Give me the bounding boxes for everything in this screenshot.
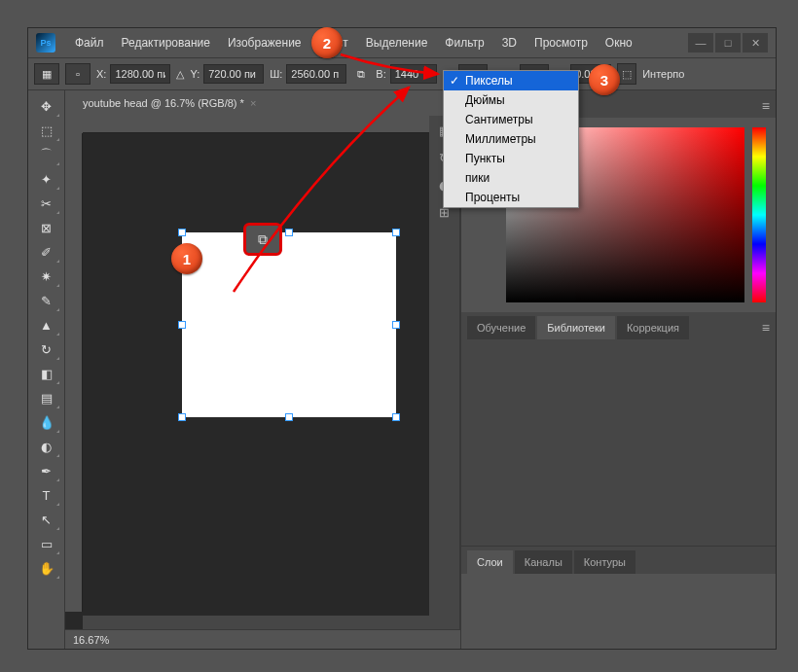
maximize-button[interactable]: □ bbox=[715, 33, 741, 53]
options-bar: ▦ ▫ X: △ Y: Ш: ⧉ В: ∠ ° Н: V: ⬚ Интерпо bbox=[28, 57, 776, 90]
transform-handle-bl[interactable] bbox=[178, 413, 186, 421]
brush-tool[interactable]: ✎ bbox=[33, 289, 60, 312]
document-tab[interactable]: youtube head @ 16.7% (RGB/8) * × bbox=[75, 93, 264, 113]
app-logo: Ps bbox=[36, 33, 55, 53]
eraser-tool[interactable]: ◧ bbox=[33, 362, 60, 385]
eyedropper-tool[interactable]: ✐ bbox=[33, 240, 60, 264]
titlebar: Ps Файл Редактирование Изображение Текст… bbox=[28, 28, 776, 57]
marker-1: 1 bbox=[171, 243, 202, 274]
history-brush-tool[interactable]: ↻ bbox=[33, 337, 60, 361]
transform-handle-tr[interactable] bbox=[392, 229, 400, 236]
canvas-viewport[interactable]: ⧉ bbox=[65, 116, 460, 629]
transform-handle-bm[interactable] bbox=[285, 413, 293, 421]
type-tool[interactable]: T bbox=[33, 483, 60, 507]
minimize-button[interactable]: — bbox=[688, 33, 713, 53]
tab-libraries[interactable]: Библиотеки bbox=[537, 316, 615, 339]
menu-file[interactable]: Файл bbox=[67, 32, 112, 53]
panel-menu-icon[interactable]: ≡ bbox=[762, 98, 770, 114]
hand-tool[interactable]: ✋ bbox=[33, 556, 60, 580]
unit-inches[interactable]: Дюймы bbox=[444, 90, 578, 110]
stamp-tool[interactable]: ▲ bbox=[33, 313, 60, 336]
unit-picas[interactable]: пики bbox=[444, 168, 578, 188]
frame-tool[interactable]: ⊠ bbox=[33, 216, 60, 239]
warp-icon[interactable]: ⬚ bbox=[617, 63, 636, 85]
toolbar: ✥ ⬚ ⌒ ✦ ✂ ⊠ ✐ ✷ ✎ ▲ ↻ ◧ ▤ 💧 ◐ ✒ T ↖ ▭ ✋ bbox=[28, 90, 65, 649]
w-label: Ш: bbox=[270, 68, 282, 80]
canvas[interactable] bbox=[182, 232, 396, 417]
move-tool[interactable]: ✥ bbox=[33, 94, 60, 118]
units-dropdown: ✓Пикселы Дюймы Сантиметры Миллиметры Пун… bbox=[443, 70, 579, 208]
y-label: Y: bbox=[190, 68, 200, 80]
lasso-tool[interactable]: ⌒ bbox=[33, 143, 60, 166]
tab-corrections[interactable]: Коррекция bbox=[617, 316, 689, 339]
menu-view[interactable]: Просмотр bbox=[526, 32, 596, 53]
interp-label: Интерпо bbox=[642, 68, 684, 80]
h-label: В: bbox=[376, 68, 385, 80]
marker-3: 3 bbox=[589, 64, 620, 95]
transform-handle-mr[interactable] bbox=[392, 321, 400, 329]
menu-3d[interactable]: 3D bbox=[494, 32, 525, 53]
dodge-tool[interactable]: ◐ bbox=[33, 435, 60, 458]
unit-mm[interactable]: Миллиметры bbox=[444, 129, 578, 149]
ruler-corner bbox=[65, 116, 83, 133]
unit-points[interactable]: Пункты bbox=[444, 149, 578, 168]
link-icon[interactable]: ⧉ bbox=[352, 65, 370, 83]
menu-bar: Файл Редактирование Изображение Текст Вы… bbox=[67, 32, 688, 53]
unit-cm[interactable]: Сантиметры bbox=[444, 110, 578, 129]
x-label: X: bbox=[96, 68, 106, 80]
tab-title: youtube head @ 16.7% (RGB/8) * bbox=[83, 97, 244, 109]
path-select-tool[interactable]: ↖ bbox=[33, 508, 60, 531]
bottom-panels: Слои Каналы Контуры bbox=[461, 546, 776, 573]
link-icon: ⧉ bbox=[258, 231, 268, 248]
scrollbar-horizontal[interactable] bbox=[83, 616, 443, 629]
hue-slider[interactable] bbox=[752, 127, 766, 302]
marker-2: 2 bbox=[311, 27, 343, 58]
menu-image[interactable]: Изображение bbox=[220, 32, 309, 53]
tab-paths[interactable]: Контуры bbox=[574, 550, 635, 574]
marquee-tool[interactable]: ⬚ bbox=[33, 119, 60, 142]
menu-edit[interactable]: Редактирование bbox=[114, 32, 218, 53]
reference-point-overlay[interactable]: ⧉ bbox=[243, 223, 282, 256]
ref-point-picker[interactable]: ▫ bbox=[65, 63, 91, 85]
h-input[interactable] bbox=[390, 64, 437, 84]
transform-handle-tm[interactable] bbox=[285, 229, 293, 236]
menu-filter[interactable]: Фильтр bbox=[437, 32, 491, 53]
transform-handle-br[interactable] bbox=[392, 413, 400, 421]
menu-select[interactable]: Выделение bbox=[358, 32, 436, 53]
tool-preset-icon[interactable]: ▦ bbox=[34, 63, 59, 85]
workspace: ✥ ⬚ ⌒ ✦ ✂ ⊠ ✐ ✷ ✎ ▲ ↻ ◧ ▤ 💧 ◐ ✒ T ↖ ▭ ✋ … bbox=[28, 90, 776, 649]
shape-tool[interactable]: ▭ bbox=[33, 532, 60, 555]
ruler-vertical[interactable] bbox=[65, 133, 83, 612]
app-window: Ps Файл Редактирование Изображение Текст… bbox=[27, 27, 777, 650]
unit-pixels[interactable]: ✓Пикселы bbox=[444, 71, 578, 90]
status-bar: 16.67% bbox=[65, 629, 460, 649]
tab-channels[interactable]: Каналы bbox=[515, 550, 572, 574]
y-input[interactable] bbox=[203, 64, 264, 84]
check-icon: ✓ bbox=[450, 74, 459, 88]
panel-menu-icon[interactable]: ≡ bbox=[762, 320, 770, 336]
mid-panels: Обучение Библиотеки Коррекция ≡ bbox=[461, 312, 776, 546]
transform-handle-ml[interactable] bbox=[178, 321, 186, 329]
close-button[interactable]: ✕ bbox=[743, 33, 768, 53]
tab-close-icon[interactable]: × bbox=[250, 97, 256, 109]
document-tabs: youtube head @ 16.7% (RGB/8) * × bbox=[65, 90, 460, 116]
tab-learn[interactable]: Обучение bbox=[467, 316, 535, 339]
crop-tool[interactable]: ✂ bbox=[33, 192, 60, 215]
transform-handle-tl[interactable] bbox=[178, 229, 186, 236]
zoom-level[interactable]: 16.67% bbox=[73, 634, 109, 646]
menu-window[interactable]: Окно bbox=[598, 32, 640, 53]
gradient-tool[interactable]: ▤ bbox=[33, 386, 60, 409]
healing-tool[interactable]: ✷ bbox=[33, 265, 60, 288]
delta-icon[interactable]: △ bbox=[176, 68, 184, 81]
tab-layers[interactable]: Слои bbox=[467, 550, 513, 574]
canvas-area: youtube head @ 16.7% (RGB/8) * × bbox=[65, 90, 460, 649]
w-input[interactable] bbox=[286, 64, 346, 84]
quick-select-tool[interactable]: ✦ bbox=[33, 167, 60, 191]
pen-tool[interactable]: ✒ bbox=[33, 459, 60, 482]
ruler-horizontal[interactable] bbox=[83, 116, 443, 133]
unit-percent[interactable]: Проценты bbox=[444, 188, 578, 207]
x-input[interactable] bbox=[110, 64, 170, 84]
blur-tool[interactable]: 💧 bbox=[33, 410, 60, 434]
window-controls: — □ ✕ bbox=[688, 33, 768, 53]
